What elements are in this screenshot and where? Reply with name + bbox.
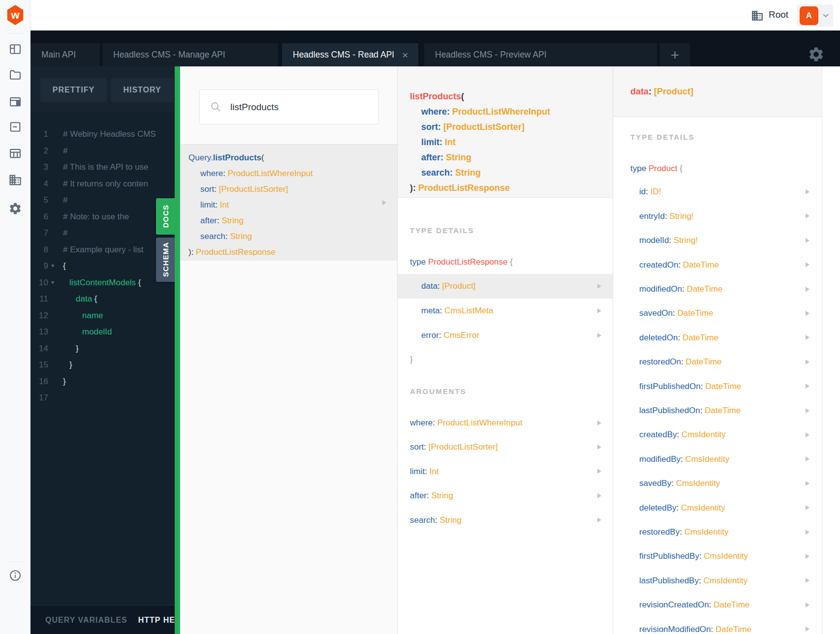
doc-field-lastPublishedOn[interactable]: lastPublishedOn: DateTime (613, 398, 822, 423)
code-line-13[interactable]: 13modelId (31, 324, 175, 340)
query-variables-tab[interactable]: QUERY VARIABLES (45, 616, 127, 625)
field-type[interactable]: CmsIdentity (704, 551, 748, 561)
tab-headless-cms-preview-api[interactable]: Headless CMS - Preview API (424, 43, 657, 66)
form-icon[interactable] (8, 120, 22, 134)
search-result-item[interactable]: Query.listProducts(where: ProductListWhe… (180, 144, 397, 261)
doc-field-error[interactable]: error: CmsError (398, 323, 613, 348)
schema-panel-tab[interactable]: SCHEMA (156, 238, 175, 282)
doc-field-revisionModifiedOn[interactable]: revisionModifiedOn: DateTime (613, 617, 822, 634)
code-line-5[interactable]: 5# (31, 192, 175, 209)
code-line-12[interactable]: 12name (31, 307, 175, 324)
code-line-17[interactable]: 17 (31, 390, 175, 406)
doc-field-id[interactable]: id: ID! (613, 180, 822, 204)
arg-type[interactable]: ProductListWhereInput (452, 107, 550, 117)
doc-field-lastPublishedBy[interactable]: lastPublishedBy: CmsIdentity (613, 569, 822, 593)
field-type[interactable]: CmsListMeta (444, 306, 493, 315)
arg-type[interactable]: Int (220, 200, 229, 210)
http-headers-tab[interactable]: HTTP HEADERS (138, 616, 175, 625)
doc-field-restoredBy[interactable]: restoredBy: CmsIdentity (613, 520, 822, 544)
doc-field-modifiedOn[interactable]: modifiedOn: DateTime (613, 277, 822, 301)
field-type[interactable]: CmsIdentity (684, 527, 729, 537)
docs-panel-resize-handle[interactable] (175, 66, 180, 634)
field-type[interactable]: DateTime (683, 333, 718, 342)
field-type[interactable]: String! (669, 211, 693, 221)
doc-field-where[interactable]: where: ProductListWhereInput (398, 411, 613, 435)
code-lines[interactable]: 1# Webiny Headless CMS2#3# This is the A… (31, 126, 175, 406)
code-line-3[interactable]: 3# This is the API to use (31, 159, 175, 176)
doc-field-restoredOn[interactable]: restoredOn: DateTime (613, 350, 822, 374)
code-line-16[interactable]: 16} (31, 373, 175, 390)
arg-type[interactable]: String (230, 232, 251, 241)
field-type[interactable]: CmsIdentity (682, 430, 726, 439)
field-type[interactable]: DateTime (678, 308, 714, 318)
doc-field-deletedOn[interactable]: deletedOn: DateTime (613, 326, 822, 350)
doc-field-firstPublishedOn[interactable]: firstPublishedOn: DateTime (613, 374, 822, 398)
doc-field-search[interactable]: search: String (398, 508, 613, 532)
gear-icon[interactable] (8, 202, 22, 215)
fold-arrow-icon[interactable]: ▾ (51, 274, 54, 291)
doc-field-savedOn[interactable]: savedOn: DateTime (613, 301, 822, 325)
tab-main-api[interactable]: Main API (31, 43, 100, 66)
docs-panel-tab[interactable]: DOCS (156, 198, 175, 235)
field-type[interactable]: [Product] (442, 281, 476, 291)
table-icon[interactable] (8, 147, 22, 160)
doc-search-input[interactable] (229, 101, 364, 113)
add-tab-button[interactable]: + (660, 43, 690, 66)
arg-type[interactable]: String (221, 216, 243, 225)
doc-field-limit[interactable]: limit: Int (398, 459, 613, 483)
field-type[interactable]: ID! (651, 187, 661, 196)
prettify-button[interactable]: PRETTIFY (40, 78, 107, 102)
doc-field-createdBy[interactable]: createdBy: CmsIdentity (613, 423, 822, 447)
field-type[interactable]: CmsError (443, 331, 479, 340)
code-line-9[interactable]: 9▾{ (31, 258, 175, 274)
doc-field-modelId[interactable]: modelId: String! (613, 228, 822, 252)
code-line-6[interactable]: 6# Note: to use the (31, 209, 175, 225)
field-name[interactable]: listProducts (410, 91, 461, 101)
folder-icon[interactable] (8, 68, 22, 82)
arg-type[interactable]: [ProductListSorter] (219, 184, 288, 194)
field-type[interactable]: DateTime (705, 382, 741, 391)
field-type[interactable]: ProductListWhereInput (437, 418, 523, 427)
code-line-8[interactable]: 8# Example query - list (31, 242, 175, 258)
doc-field-savedBy[interactable]: savedBy: CmsIdentity (613, 471, 822, 495)
info-icon[interactable] (8, 569, 22, 582)
doc-field-revisionCreatedOn[interactable]: revisionCreatedOn: DateTime (613, 593, 822, 617)
field-type[interactable]: Int (430, 467, 439, 476)
code-line-15[interactable]: 15} (31, 357, 175, 373)
field-type[interactable]: DateTime (705, 406, 741, 415)
arg-type[interactable]: ProductListWhereInput (228, 169, 313, 178)
field-type[interactable]: String (439, 515, 461, 525)
arg-type[interactable]: String (455, 168, 481, 178)
return-type[interactable]: ProductListResponse (196, 247, 276, 257)
avatar[interactable]: A (800, 6, 818, 25)
field-type[interactable]: DateTime (714, 600, 749, 609)
doc-field-entryId[interactable]: entryId: String! (613, 204, 822, 228)
code-line-10[interactable]: 10▾listContentModels { (31, 274, 175, 291)
doc-field-createdOn[interactable]: createdOn: DateTime (613, 253, 822, 277)
arg-type[interactable]: Int (445, 137, 456, 147)
doc-field-sort[interactable]: sort: [ProductListSorter] (398, 435, 613, 459)
doc-field-meta[interactable]: meta: CmsListMeta (398, 299, 613, 323)
doc-field-modifiedBy[interactable]: modifiedBy: CmsIdentity (613, 447, 822, 471)
code-line-14[interactable]: 14} (31, 340, 175, 357)
field-type[interactable]: DateTime (716, 625, 751, 634)
code-line-4[interactable]: 4# It returns only conten (31, 176, 175, 192)
tab-close-icon[interactable]: × (402, 50, 408, 60)
code-line-1[interactable]: 1# Webiny Headless CMS (31, 126, 175, 143)
window-icon[interactable] (8, 95, 22, 109)
field-type[interactable]: CmsIdentity (703, 576, 747, 585)
field-type[interactable]: String! (674, 236, 698, 245)
settings-icon[interactable] (808, 46, 825, 63)
field-type[interactable]: DateTime (686, 357, 722, 366)
doc-field-firstPublishedBy[interactable]: firstPublishedBy: CmsIdentity (613, 544, 822, 568)
doc-field-deletedBy[interactable]: deletedBy: CmsIdentity (613, 496, 822, 520)
field-type[interactable]: [ProductListSorter] (429, 442, 498, 452)
field-type[interactable]: DateTime (686, 284, 722, 294)
tab-headless-cms-read-api[interactable]: Headless CMS - Read API× (282, 43, 418, 66)
field-type[interactable]: CmsIdentity (681, 503, 725, 513)
field-type[interactable]: DateTime (683, 260, 719, 270)
code-line-7[interactable]: 7# (31, 225, 175, 242)
layout-icon[interactable] (8, 42, 22, 56)
history-button[interactable]: HISTORY (111, 78, 174, 102)
field-type[interactable]: String (431, 491, 453, 500)
